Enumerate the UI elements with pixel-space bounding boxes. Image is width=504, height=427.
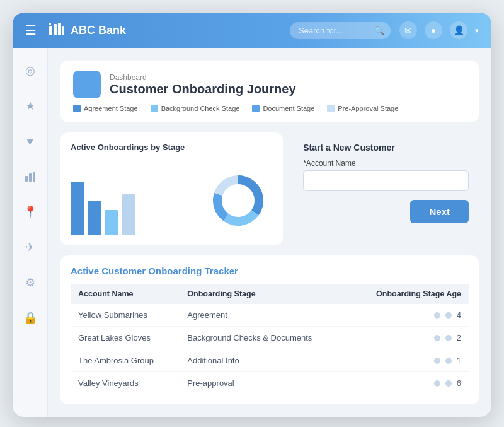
svg-rect-2 (58, 23, 61, 35)
sidebar-item-chart[interactable] (20, 167, 40, 187)
stage-dots: 1 (356, 356, 461, 365)
bar (122, 194, 135, 235)
stage-age-cell: 4 (348, 304, 469, 327)
sidebar-item-heart[interactable]: ♥ (20, 131, 40, 151)
sidebar-item-star[interactable]: ★ (20, 96, 40, 116)
dot-icon-btn[interactable]: ● (425, 21, 442, 39)
stage-dots: 6 (356, 378, 461, 388)
app-logo: ABC Bank (48, 21, 126, 39)
table-row: The Ambrosia GroupAdditional Info 1 (71, 349, 469, 372)
bar-chart (71, 166, 195, 235)
middle-section: Active Onboardings by Stage (60, 132, 479, 245)
menu-icon[interactable]: ☰ (25, 23, 37, 38)
legend-dot (151, 105, 158, 112)
stage-dot (445, 335, 452, 341)
donut-center (223, 185, 253, 216)
page-title: Customer Onboarding Journey (110, 82, 296, 97)
top-nav: ☰ ABC Bank 🔍 ✉ ● 👤 ▾ (13, 13, 491, 48)
stage-dot (445, 380, 452, 387)
legend-label: Background Check Stage (161, 105, 240, 112)
form-card: Start a New Customer *Account Name Next (293, 132, 479, 245)
sidebar-item-target[interactable]: ◎ (20, 61, 40, 81)
onboarding-stage-cell: Pre-approval (180, 372, 348, 395)
legend-label: Agreement Stage (84, 105, 138, 112)
svg-rect-0 (49, 26, 52, 35)
sidebar-item-location[interactable]: 📍 (20, 202, 40, 222)
nav-icons: ✉ ● 👤 ▾ (399, 21, 479, 39)
main-layout: ◎ ★ ♥ 📍 ✈ ⚙ 🔒 Dashboard (13, 48, 491, 417)
legend-item: Pre-Approval Stage (327, 105, 398, 112)
onboarding-stage-cell: Agreement (180, 304, 348, 327)
app-shell: ☰ ABC Bank 🔍 ✉ ● 👤 ▾ (13, 13, 491, 417)
tracker-column-header: Account Name (71, 284, 180, 304)
age-value: 2 (457, 333, 461, 342)
onboarding-stage-cell: Additional Info (180, 349, 348, 372)
form-actions: Next (303, 200, 469, 223)
svg-rect-4 (62, 26, 64, 35)
legend-dot (327, 105, 335, 112)
legend-dot (73, 105, 81, 112)
search-icon: 🔍 (374, 26, 384, 35)
content-area: Dashboard Customer Onboarding Journey Ag… (48, 48, 491, 417)
logo-icon (48, 21, 66, 39)
user-icon-btn[interactable]: 👤 (450, 21, 467, 39)
tracker-card: Active Customer Onboarding Tracker Accou… (60, 255, 479, 404)
bar (71, 182, 84, 235)
table-row: Valley VineyardsPre-approval 6 (71, 372, 469, 395)
stage-dot (434, 358, 440, 364)
age-value: 1 (457, 356, 461, 365)
sidebar: ◎ ★ ♥ 📍 ✈ ⚙ 🔒 (13, 48, 48, 417)
bar (88, 201, 101, 235)
mail-icon-btn[interactable]: ✉ (399, 21, 417, 39)
legend-item: Agreement Stage (73, 105, 138, 112)
tracker-column-header: Onboarding Stage (180, 284, 348, 304)
tracker-thead: Account NameOnboarding StageOnboarding S… (71, 284, 469, 304)
header-text: Dashboard Customer Onboarding Journey (110, 73, 296, 97)
chart-card: Active Onboardings by Stage (60, 132, 283, 245)
tracker-header-row: Account NameOnboarding StageOnboarding S… (71, 284, 469, 304)
stage-dot (445, 312, 452, 319)
tracker-table: Account NameOnboarding StageOnboarding S… (71, 284, 469, 394)
svg-rect-5 (25, 176, 28, 182)
tracker-title: Active Customer Onboarding Tracker (71, 266, 469, 276)
next-button[interactable]: Next (410, 200, 469, 223)
sidebar-item-settings[interactable]: ⚙ (20, 272, 40, 293)
stage-dots: 2 (356, 333, 461, 342)
stage-dot (434, 312, 440, 319)
account-name-label: *Account Name (303, 159, 469, 168)
tracker-tbody: Yellow SubmarinesAgreement 4 Great Lakes… (71, 304, 469, 394)
legend-dot (252, 105, 260, 112)
user-menu-arrow: ▾ (475, 26, 479, 35)
sidebar-item-send[interactable]: ✈ (20, 237, 40, 257)
legend-row: Agreement StageBackground Check StageDoc… (73, 105, 466, 112)
header-icon-box (73, 71, 101, 98)
account-name-field: *Account Name (303, 159, 469, 191)
age-value: 4 (457, 310, 461, 320)
account-name-cell: Valley Vineyards (71, 372, 180, 395)
svg-rect-7 (33, 172, 35, 182)
table-row: Great Lakes GlovesBackground Checks & Do… (71, 327, 469, 349)
header-title-row: Dashboard Customer Onboarding Journey (73, 71, 466, 98)
stage-dot (434, 380, 440, 387)
stage-age-cell: 6 (348, 372, 469, 395)
legend-item: Document Stage (252, 105, 314, 112)
table-row: Yellow SubmarinesAgreement 4 (71, 304, 469, 327)
svg-rect-3 (49, 23, 51, 25)
search-wrapper: 🔍 (290, 22, 391, 39)
stage-age-cell: 2 (348, 327, 469, 349)
stage-age-cell: 1 (348, 349, 469, 372)
legend-item: Background Check Stage (151, 105, 240, 112)
breadcrumb: Dashboard (110, 73, 296, 82)
sidebar-item-lock[interactable]: 🔒 (20, 308, 40, 328)
donut-chart (203, 166, 273, 235)
chart-area (71, 160, 273, 235)
account-name-cell: Yellow Submarines (71, 304, 180, 327)
account-name-cell: Great Lakes Gloves (71, 327, 180, 349)
onboarding-stage-cell: Background Checks & Documents (180, 327, 348, 349)
chart-title: Active Onboardings by Stage (71, 143, 273, 152)
account-name-cell: The Ambrosia Group (71, 349, 180, 372)
age-value: 6 (457, 378, 461, 388)
account-name-input[interactable] (303, 170, 469, 191)
form-title: Start a New Customer (303, 143, 469, 153)
svg-rect-6 (29, 173, 32, 182)
